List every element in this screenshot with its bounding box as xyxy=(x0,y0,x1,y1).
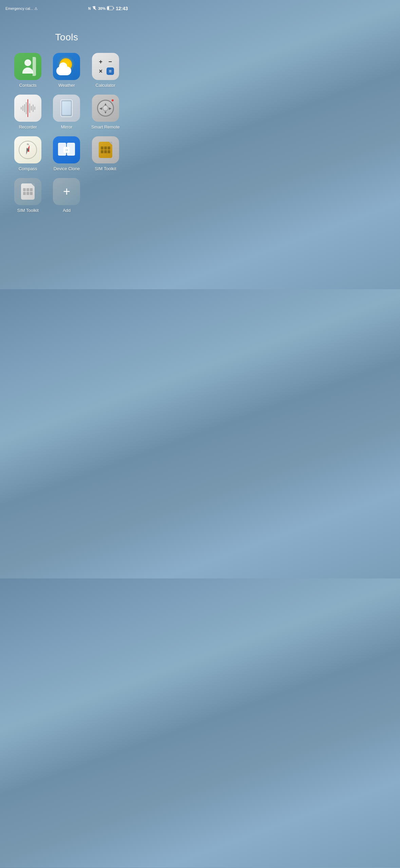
nfc-icon: N xyxy=(88,7,91,11)
device-clone-icon: → xyxy=(53,136,80,163)
weather-icon xyxy=(53,53,80,80)
app-recorder[interactable]: Recorder xyxy=(10,95,45,130)
app-compass[interactable]: N Compass xyxy=(10,136,45,171)
page-title: Tools xyxy=(0,32,133,43)
app-sim-toolkit-2[interactable]: SIM Toolkit xyxy=(10,178,45,213)
app-calculator[interactable]: + − × = Calculator xyxy=(88,53,123,88)
time: 12:43 xyxy=(116,6,128,11)
add-label: Add xyxy=(63,208,71,213)
contacts-label: Contacts xyxy=(19,83,37,88)
app-device-clone[interactable]: → Device Clone xyxy=(49,136,84,171)
app-weather[interactable]: Weather xyxy=(49,53,84,88)
recorder-label: Recorder xyxy=(19,124,37,130)
weather-label: Weather xyxy=(58,83,75,88)
sim-toolkit-icon xyxy=(92,136,119,163)
smart-remote-icon: ▲ ▼ ◀ ▶ xyxy=(92,95,119,122)
sim-toolkit-label: SIM Toolkit xyxy=(95,166,116,171)
status-left: Emergency cal... ⚠ xyxy=(5,6,38,11)
mirror-label: Mirror xyxy=(61,124,73,130)
app-contacts[interactable]: Contacts xyxy=(10,53,45,88)
svg-rect-1 xyxy=(108,6,109,9)
compass-label: Compass xyxy=(19,166,37,171)
app-mirror[interactable]: Mirror xyxy=(49,95,84,130)
add-icon: + xyxy=(53,178,80,205)
mirror-icon xyxy=(53,95,80,122)
sim-toolkit-2-icon xyxy=(14,178,41,205)
smart-remote-label: Smart Remote xyxy=(91,124,120,130)
recorder-icon xyxy=(14,95,41,122)
status-bar: Emergency cal... ⚠ N 30% 12:43 xyxy=(0,0,133,15)
add-plus-symbol: + xyxy=(63,185,70,198)
app-sim-toolkit[interactable]: SIM Toolkit xyxy=(88,136,123,171)
sim-toolkit-2-label: SIM Toolkit xyxy=(17,208,38,213)
contacts-icon xyxy=(14,53,41,80)
compass-icon: N xyxy=(14,136,41,163)
battery-percent: 30% xyxy=(98,6,106,11)
calculator-label: Calculator xyxy=(96,83,116,88)
device-clone-label: Device Clone xyxy=(54,166,80,171)
battery-icon xyxy=(107,6,114,11)
status-right: N 30% 12:43 xyxy=(88,6,128,12)
app-grid: Contacts Weather + − × = Calculator xyxy=(0,53,133,213)
calculator-icon: + − × = xyxy=(92,53,119,80)
app-smart-remote[interactable]: ▲ ▼ ◀ ▶ Smart Remote xyxy=(88,95,123,130)
mute-icon xyxy=(92,6,97,12)
app-add[interactable]: + Add xyxy=(49,178,84,213)
